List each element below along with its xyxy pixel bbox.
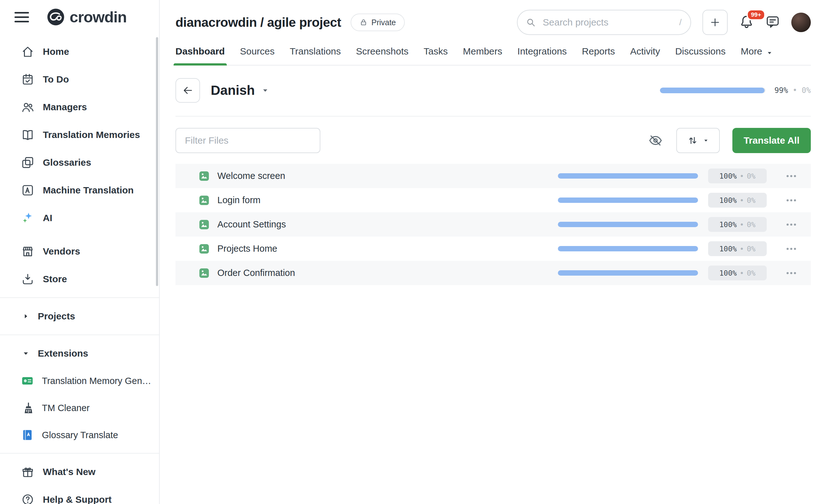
filter-files-input[interactable]	[175, 128, 320, 153]
file-row-stats: 100% • 0%	[558, 241, 801, 256]
todo-icon	[21, 73, 34, 86]
file-progress-badge: 100% • 0%	[708, 217, 767, 232]
file-menu-button[interactable]	[781, 193, 801, 208]
tab-integrations[interactable]: Integrations	[518, 46, 567, 65]
file-row[interactable]: Account Settings 100% • 0%	[175, 212, 811, 237]
project-title: dianacrowdin / agile project	[175, 15, 341, 30]
file-progress-badge: 100% • 0%	[708, 241, 767, 256]
tab-translations[interactable]: Translations	[290, 46, 341, 65]
separator-dot: •	[740, 245, 744, 253]
ellipsis-icon	[785, 194, 798, 207]
tab-dashboard[interactable]: Dashboard	[175, 46, 225, 65]
file-menu-button[interactable]	[781, 169, 801, 184]
sidebar-item-extensions[interactable]: Extensions	[0, 340, 159, 367]
search-shortcut-hint: /	[679, 17, 682, 27]
notifications-count-badge: 99+	[747, 9, 765, 20]
language-progress-label: 99% • 0%	[774, 86, 811, 95]
ellipsis-icon	[785, 170, 798, 182]
lock-icon	[359, 18, 368, 26]
sidebar-item-help-support[interactable]: Help & Support	[0, 486, 159, 504]
file-menu-button[interactable]	[781, 241, 801, 256]
file-row[interactable]: Login form 100% • 0%	[175, 188, 811, 212]
sidebar-item-machine-translation[interactable]: Machine Translation	[0, 176, 159, 204]
glossary-translate-icon	[21, 429, 34, 441]
tab-reports[interactable]: Reports	[582, 46, 615, 65]
menu-icon[interactable]	[14, 12, 29, 22]
tab-discussions[interactable]: Discussions	[675, 46, 725, 65]
extension-label: TM Cleaner	[42, 403, 90, 413]
file-progress-bar	[558, 173, 698, 179]
file-approved-percent: 0%	[747, 245, 756, 253]
file-translated-percent: 100%	[719, 245, 737, 253]
separator-dot: •	[740, 196, 744, 204]
file-translated-percent: 100%	[719, 221, 737, 229]
file-progress-bar	[558, 222, 698, 227]
tm-cleaner-icon	[21, 402, 34, 414]
crowdin-logo[interactable]: crowdin	[47, 8, 127, 26]
file-progress-badge: 100% • 0%	[708, 266, 767, 280]
sidebar-item-home[interactable]: Home	[0, 38, 159, 66]
sidebar-divider	[0, 335, 159, 335]
sidebar-item-store[interactable]: Store	[0, 265, 159, 293]
hide-completed-button[interactable]	[647, 132, 664, 149]
user-avatar[interactable]	[791, 13, 811, 32]
file-menu-button[interactable]	[781, 217, 801, 232]
tab-screenshots[interactable]: Screenshots	[356, 46, 409, 65]
chevron-down-icon	[703, 137, 709, 144]
chevron-right-icon	[22, 312, 30, 320]
arrow-left-icon	[182, 85, 193, 96]
back-button[interactable]	[175, 78, 200, 103]
tab-activity[interactable]: Activity	[630, 46, 660, 65]
sidebar-item-label: Managers	[43, 102, 87, 112]
file-row[interactable]: Projects Home 100% • 0%	[175, 237, 811, 261]
sidebar-item-projects[interactable]: Projects	[0, 302, 159, 330]
separator-dot: •	[740, 172, 744, 180]
tab-members[interactable]: Members	[463, 46, 502, 65]
tab-tasks[interactable]: Tasks	[424, 46, 448, 65]
chevron-down-icon	[22, 349, 30, 358]
language-name: Danish	[211, 83, 255, 98]
glossaries-icon	[21, 156, 34, 169]
file-row-stats: 100% • 0%	[558, 169, 801, 184]
file-name: Order Confirmation	[217, 268, 295, 278]
language-dropdown-icon[interactable]	[261, 86, 269, 95]
help-icon	[21, 493, 34, 504]
separator-dot: •	[740, 221, 744, 229]
private-badge[interactable]: Private	[351, 14, 405, 31]
create-project-button[interactable]	[702, 10, 728, 35]
notifications-button[interactable]: 99+	[739, 14, 754, 31]
file-row[interactable]: Order Confirmation 100% • 0%	[175, 261, 811, 285]
sidebar-item-ai[interactable]: AI	[0, 204, 159, 232]
tab-sources[interactable]: Sources	[240, 46, 275, 65]
ellipsis-icon	[785, 267, 798, 279]
sidebar-item-glossaries[interactable]: Glossaries	[0, 149, 159, 176]
sidebar-item-todo[interactable]: To Do	[0, 66, 159, 93]
sidebar-header: crowdin	[0, 0, 159, 34]
file-name: Account Settings	[217, 219, 286, 230]
project-tabs: Dashboard Sources Translations Screensho…	[175, 37, 811, 66]
sidebar-item-tm-generator[interactable]: Translation Memory Gene…	[0, 367, 159, 394]
sidebar-item-vendors[interactable]: Vendors	[0, 238, 159, 265]
language-progress: 99% • 0%	[660, 86, 811, 95]
tab-more[interactable]: More	[741, 46, 773, 65]
sort-button[interactable]	[676, 128, 720, 153]
file-name: Projects Home	[217, 243, 277, 254]
messages-button[interactable]	[765, 14, 780, 30]
file-menu-button[interactable]	[781, 266, 801, 281]
screenshot-file-icon	[198, 267, 210, 279]
file-approved-percent: 0%	[747, 196, 756, 204]
sidebar-scrollbar[interactable]	[156, 37, 158, 286]
translate-all-button[interactable]: Translate All	[732, 128, 811, 153]
eye-off-icon	[648, 133, 663, 148]
sidebar-item-label: What's New	[43, 467, 95, 477]
sidebar-item-whats-new[interactable]: What's New	[0, 458, 159, 486]
tm-generator-icon	[21, 375, 34, 387]
screenshot-file-icon	[198, 170, 210, 182]
sidebar-item-glossary-translate[interactable]: Glossary Translate	[0, 421, 159, 449]
search-input[interactable]	[517, 10, 691, 35]
file-row-stats: 100% • 0%	[558, 266, 801, 281]
file-row[interactable]: Welcome screen 100% • 0%	[175, 164, 811, 188]
sidebar-item-tm-cleaner[interactable]: TM Cleaner	[0, 394, 159, 421]
sidebar-item-managers[interactable]: Managers	[0, 93, 159, 121]
sidebar-item-translation-memories[interactable]: Translation Memories	[0, 121, 159, 149]
